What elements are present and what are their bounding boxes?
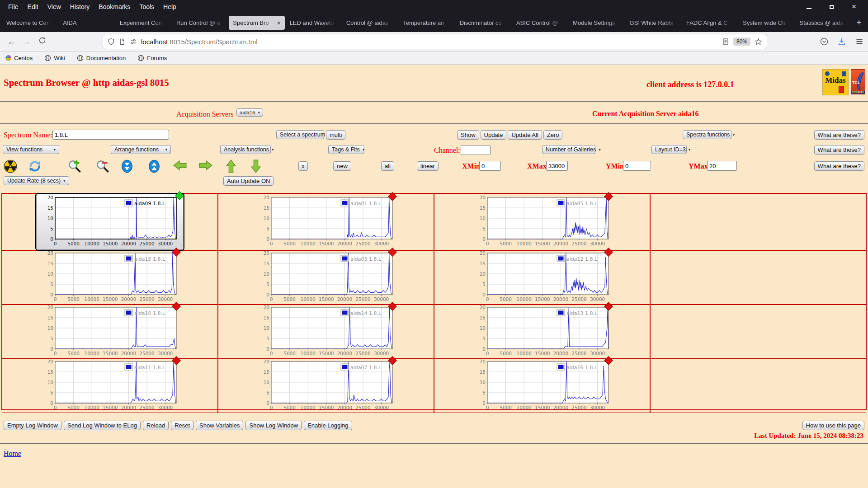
x-button[interactable]: x xyxy=(298,161,308,171)
show-button[interactable]: Show xyxy=(457,130,479,140)
xmin-input[interactable] xyxy=(479,161,501,171)
tab-welcome-to-cen[interactable]: Welcome to Cen xyxy=(2,16,58,30)
back-button[interactable]: ← xyxy=(4,37,19,47)
enable-logging-button[interactable]: Enable Logging xyxy=(304,421,352,430)
close-button[interactable]: × xyxy=(851,4,857,10)
reader-mode-icon[interactable] xyxy=(722,38,729,45)
spectrum-plot-aida10[interactable]: 05101520050001000015000200002500030000ai… xyxy=(40,305,180,358)
what-are-these-button-2[interactable]: What are these? xyxy=(814,145,864,155)
arrow-right-icon[interactable] xyxy=(199,160,212,173)
arrange-functions-select[interactable]: Arrange functions▾ xyxy=(111,145,171,154)
bookmark-wiki[interactable]: Wiki xyxy=(44,55,65,61)
tracking-protection-icon[interactable] xyxy=(130,38,137,45)
number-of-galleries-select[interactable]: Number of Galleries▾ xyxy=(542,145,595,154)
empty-log-window-button[interactable]: Empty Log Window xyxy=(4,421,61,430)
tab-system-wide-ch[interactable]: System wide Ch xyxy=(739,16,794,30)
spectrum-plot-aida01[interactable]: 05101520050001000015000200002500030000ai… xyxy=(256,195,396,249)
maximize-button[interactable] xyxy=(828,4,835,10)
url-bar[interactable]: localhost:8015/Spectrum/Spectrum.tml 80% xyxy=(103,34,767,49)
what-are-these-button-3[interactable]: What are these? xyxy=(814,161,864,171)
menu-file[interactable]: File xyxy=(4,3,23,10)
refresh-icon[interactable] xyxy=(28,160,42,173)
show-log-window-button[interactable]: Show Log Window xyxy=(245,421,302,430)
menu-help[interactable]: Help xyxy=(159,3,181,10)
spectra-functions-select[interactable]: Spectra functions▾ xyxy=(683,130,731,139)
all-button[interactable]: all xyxy=(381,161,394,171)
channel-input[interactable] xyxy=(461,145,491,155)
forward-button[interactable]: → xyxy=(19,37,34,47)
tab-control-aidas[interactable]: Control @ aidas xyxy=(342,16,398,30)
tab-aida[interactable]: AIDA xyxy=(59,16,114,30)
tab-gsi-white-rabbi[interactable]: GSI White Rabbi xyxy=(626,16,681,30)
what-are-these-button-1[interactable]: What are these? xyxy=(814,130,864,140)
spectrum-plot-aida15[interactable]: 05101520050001000015000200002500030000ai… xyxy=(40,251,180,304)
arrow-left-icon[interactable] xyxy=(173,160,187,173)
reset-button[interactable]: Reset xyxy=(171,421,193,430)
menu-history[interactable]: History xyxy=(66,3,94,10)
auto-update-button[interactable]: Auto Update ON xyxy=(223,176,274,186)
arrow-down-icon[interactable] xyxy=(250,160,264,173)
zoom-out-icon[interactable] xyxy=(96,160,109,173)
linear-button[interactable]: linear xyxy=(417,161,439,171)
spectrum-plot-aida16[interactable]: 05101520050001000015000200002500030000ai… xyxy=(472,359,612,413)
tab-asic-control[interactable]: ASIC Control @ xyxy=(512,16,568,30)
ymax-input[interactable] xyxy=(707,161,737,171)
update-all-button[interactable]: Update All xyxy=(508,130,542,140)
acquisition-server-select[interactable]: aida16▾ xyxy=(236,108,263,117)
spectrum-plot-aida12[interactable]: 05101520050001000015000200002500030000ai… xyxy=(472,251,612,304)
spectrum-plot-aida03[interactable]: 05101520050001000015000200002500030000ai… xyxy=(256,251,396,304)
menu-view[interactable]: View xyxy=(43,3,66,10)
spectrum-plot-aida14[interactable]: 05101520050001000015000200002500030000ai… xyxy=(256,305,396,358)
minimize-button[interactable] xyxy=(806,4,812,10)
tab-temperature-an[interactable]: Temperature an xyxy=(399,16,454,30)
how-to-use-button[interactable]: How to use this page xyxy=(802,421,864,430)
update-button[interactable]: Update xyxy=(481,130,507,140)
tab-fadc-align-c[interactable]: FADC Align & C xyxy=(682,16,738,30)
bookmark-forums[interactable]: Forums xyxy=(137,55,167,61)
zero-button[interactable]: Zero xyxy=(543,130,563,140)
reload-button[interactable]: Reload xyxy=(143,421,169,430)
shield-permissions-icon[interactable] xyxy=(108,38,115,45)
zoom-in-icon[interactable] xyxy=(68,160,81,173)
ymin-input[interactable] xyxy=(623,161,651,171)
pocket-icon[interactable] xyxy=(820,38,828,46)
home-link[interactable]: Home xyxy=(4,450,21,458)
view-functions-select[interactable]: View functions▾ xyxy=(3,145,59,154)
downloads-icon[interactable] xyxy=(838,38,846,46)
tab-close-icon[interactable]: × xyxy=(277,19,280,27)
spectrum-plot-aida09[interactable]: 05101520050001000015000200002500030000ai… xyxy=(36,194,184,250)
spectrum-plot-aida05[interactable]: 05101520050001000015000200002500030000ai… xyxy=(472,195,612,249)
tab-module-settings[interactable]: Module Settings xyxy=(569,16,624,30)
select-a-spectrum-select[interactable]: Select a spectrum▾ xyxy=(276,130,324,139)
menu-edit[interactable]: Edit xyxy=(23,3,43,10)
hamburger-menu-icon[interactable] xyxy=(855,38,863,46)
tab-statistics-aida[interactable]: Statistics @ aida xyxy=(796,16,851,30)
xmax-input[interactable] xyxy=(546,161,568,171)
analysis-functions-select[interactable]: Analysis functions▾ xyxy=(220,145,271,154)
update-rate-select[interactable]: Update Rate (8 secs)▾ xyxy=(4,176,69,185)
multi-button[interactable]: multi xyxy=(326,130,345,140)
menu-bookmarks[interactable]: Bookmarks xyxy=(94,3,135,10)
tab-run-control-a[interactable]: Run Control @ a xyxy=(172,16,228,30)
spectrum-plot-aida11[interactable]: 05101520050001000015000200002500030000ai… xyxy=(40,359,180,413)
new-tab-button[interactable]: + xyxy=(852,14,866,32)
spectrum-plot-aida07[interactable]: 05101520050001000015000200002500030000ai… xyxy=(256,359,396,413)
page-info-icon[interactable] xyxy=(119,38,126,45)
bookmark-centos[interactable]: Centos xyxy=(5,55,33,61)
spectrum-plot-aida13[interactable]: 05101520050001000015000200002500030000ai… xyxy=(472,305,612,358)
collapse-vertical-icon[interactable] xyxy=(120,160,134,173)
menu-tools[interactable]: Tools xyxy=(135,3,159,10)
expand-vertical-icon[interactable] xyxy=(147,160,161,173)
layout-id-select[interactable]: Layout ID=3▾ xyxy=(651,145,687,154)
reload-button[interactable] xyxy=(34,37,50,47)
radiation-icon[interactable] xyxy=(4,160,17,173)
bookmark-documentation[interactable]: Documentation xyxy=(77,55,126,61)
send-log-window-to-elog-button[interactable]: Send Log Window to ELog xyxy=(64,421,141,430)
tab-experiment-con[interactable]: Experiment Con xyxy=(116,16,171,30)
tab-discriminator-co[interactable]: Discriminator co xyxy=(456,16,511,30)
tags-fits-select[interactable]: Tags & Fits▾ xyxy=(328,145,364,154)
new-button[interactable]: new xyxy=(333,161,351,171)
show-variables-button[interactable]: Show Variables xyxy=(196,421,243,430)
spectrum-name-input[interactable] xyxy=(52,130,169,140)
tab-spectrum-bro[interactable]: Spectrum Bro× xyxy=(229,16,284,30)
